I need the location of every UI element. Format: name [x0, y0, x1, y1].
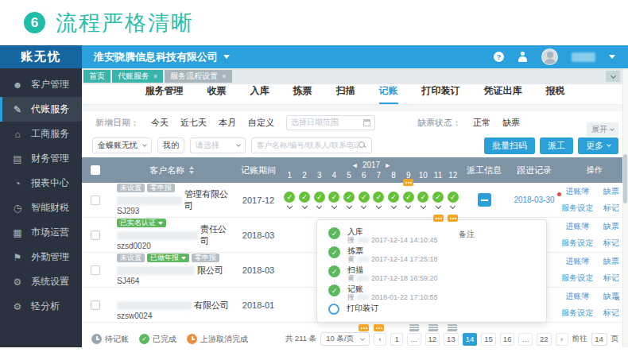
page-button[interactable]: 22 [537, 333, 552, 346]
mine-button[interactable]: 我的 [157, 137, 184, 153]
tab-inbound[interactable]: 入库 [250, 84, 269, 104]
scrollbar-thumb[interactable] [623, 154, 627, 203]
account-book-select[interactable]: 金蝶账无忧 [92, 137, 152, 153]
tab-pick-ticket[interactable]: 拣票 [293, 84, 312, 104]
tab-print-binding[interactable]: 打印装订 [422, 84, 460, 104]
service-settings-link[interactable]: 服务设定 [561, 273, 593, 284]
service-settings-link[interactable]: 服务设定 [561, 308, 593, 319]
page-button[interactable]: 15 [481, 333, 496, 346]
more-button[interactable]: 更多 [578, 137, 618, 154]
date-option-today[interactable]: 今天 [151, 117, 169, 129]
chevron-down-icon[interactable] [436, 203, 441, 209]
scan-doc-icon[interactable] [428, 324, 438, 331]
sidebar-item-marketing[interactable]: ▦市场运营 [0, 220, 82, 245]
enter-ledger-link[interactable]: 进账簿 [565, 291, 589, 302]
month-status-done[interactable]: ✓ [297, 183, 312, 217]
dispatch-button[interactable]: 派工 [540, 137, 573, 154]
service-settings-link[interactable]: 服务设定 [561, 203, 593, 214]
help-icon[interactable]: ? [494, 52, 504, 62]
chevron-down-icon[interactable] [361, 203, 366, 209]
chevron-down-icon[interactable] [390, 203, 396, 209]
comment-bubble-icon[interactable] [448, 215, 458, 222]
page-size-select[interactable]: 10 条/页 [320, 332, 370, 346]
year-prev-icon[interactable]: ◂ [353, 161, 357, 169]
mark-link[interactable]: 标记 [603, 308, 619, 319]
sidebar-item-settings[interactable]: ⚙系统设置 [0, 269, 82, 294]
ellipsis[interactable]: … [407, 333, 421, 346]
month-status-done[interactable]: ✓ [386, 183, 401, 217]
scrollbar-track[interactable] [622, 68, 628, 347]
row-checkbox[interactable] [91, 196, 100, 205]
year-next-icon[interactable]: ▸ [386, 161, 390, 169]
missing-ticket-link[interactable]: 缺票 [603, 256, 619, 267]
breadcrumb-tab-bookkeeping[interactable]: 代账服务× [112, 70, 163, 83]
sidebar-item-business[interactable]: ⌂工商服务 [0, 122, 82, 146]
scan-doc-icon[interactable] [409, 324, 419, 331]
ticket-option-normal[interactable]: 正常 [473, 117, 490, 129]
chevron-down-icon[interactable] [346, 203, 351, 209]
tab-scan[interactable]: 扫描 [336, 84, 355, 104]
sidebar-item-finance[interactable]: ▤财务管理 [0, 146, 82, 171]
sidebar-item-analysis[interactable]: ⚙轻分析 [0, 294, 82, 319]
chevron-down-icon[interactable] [405, 203, 411, 209]
status-tag[interactable]: 已做年报 [147, 254, 189, 262]
batch-scan-button[interactable]: 批量扫码 [484, 137, 535, 154]
collapse-dispatch-button[interactable] [478, 193, 491, 207]
date-option-custom[interactable]: 自定义 [248, 117, 274, 129]
sidebar-item-field-work[interactable]: ⚑外勤管理 [0, 245, 82, 269]
comment-bubble-icon[interactable] [374, 324, 384, 331]
month-status-done[interactable]: ✓ [371, 183, 386, 217]
chevron-down-icon[interactable] [450, 203, 455, 209]
tab-receive-ticket[interactable]: 收票 [207, 84, 227, 104]
comment-bubble-icon[interactable] [403, 179, 413, 186]
service-settings-link[interactable]: 服务设定 [561, 238, 593, 249]
page-button[interactable]: 16 [500, 333, 515, 346]
chevron-down-icon[interactable] [301, 203, 307, 209]
follow-up-date-link[interactable]: 2018-03-30 [514, 196, 554, 204]
comment-bubble-icon[interactable] [433, 215, 444, 222]
select-all-checkbox[interactable] [91, 165, 100, 175]
comment-bubble-icon[interactable] [359, 324, 369, 331]
missing-ticket-link[interactable]: 缺票 [603, 221, 619, 232]
mark-link[interactable]: 标记 [603, 238, 619, 249]
next-page-button[interactable]: › [556, 333, 568, 346]
search-icon[interactable] [359, 141, 366, 149]
row-checkbox[interactable] [91, 300, 100, 310]
breadcrumb-tab-home[interactable]: 首页 [83, 70, 110, 83]
month-status-done[interactable]: ✓ [401, 183, 416, 217]
enter-ledger-link[interactable]: 进账簿 [565, 256, 589, 267]
page-button[interactable]: 13 [444, 333, 459, 346]
breadcrumb-tab-flow-settings[interactable]: 服务流程设置× [165, 70, 231, 83]
ellipsis[interactable]: … [518, 333, 533, 346]
page-button[interactable]: 1 [390, 333, 403, 346]
month-status-done[interactable]: ✓ [282, 183, 297, 217]
sidebar-item-customers[interactable]: ☻客户管理 [0, 72, 82, 97]
sidebar-item-smart-tax[interactable]: ◷智能财税 [0, 196, 82, 220]
date-option-7days[interactable]: 近七天 [180, 117, 207, 129]
page-button[interactable]: 12 [425, 333, 440, 346]
ticket-option-missing[interactable]: 缺票 [502, 117, 520, 129]
chevron-down-icon[interactable] [376, 203, 382, 209]
month-status-done[interactable]: ✓ [356, 183, 371, 217]
user-icon[interactable] [518, 52, 528, 62]
status-tag[interactable]: 已实名认证 [117, 219, 166, 227]
chevron-down-icon[interactable] [421, 203, 426, 209]
close-icon[interactable]: × [222, 70, 226, 83]
search-input[interactable]: 客户名称/编号/联系人/联系电话 [251, 137, 372, 153]
avatar[interactable] [541, 48, 558, 65]
date-option-month[interactable]: 本月 [219, 117, 236, 129]
chevron-down-icon[interactable] [287, 203, 293, 209]
tab-voucher-outbound[interactable]: 凭证出库 [484, 84, 522, 104]
tab-bookkeeping[interactable]: 记账 [379, 84, 398, 104]
prev-page-button[interactable]: ‹ [374, 333, 386, 346]
scan-doc-icon[interactable] [448, 324, 457, 331]
sort-icon[interactable] [189, 166, 194, 174]
month-status-done[interactable]: ✓ [445, 183, 460, 217]
month-status-done[interactable]: ✓ [416, 183, 431, 217]
close-icon[interactable]: × [153, 70, 157, 83]
chevron-down-icon[interactable] [316, 203, 322, 209]
date-range-input[interactable]: 选择日期范围 [286, 115, 375, 130]
tab-service-mgmt[interactable]: 服务管理 [145, 84, 184, 104]
month-status-done[interactable]: ✓ [342, 183, 357, 217]
sidebar-item-reports[interactable]: ◔报表中心 [0, 171, 82, 196]
